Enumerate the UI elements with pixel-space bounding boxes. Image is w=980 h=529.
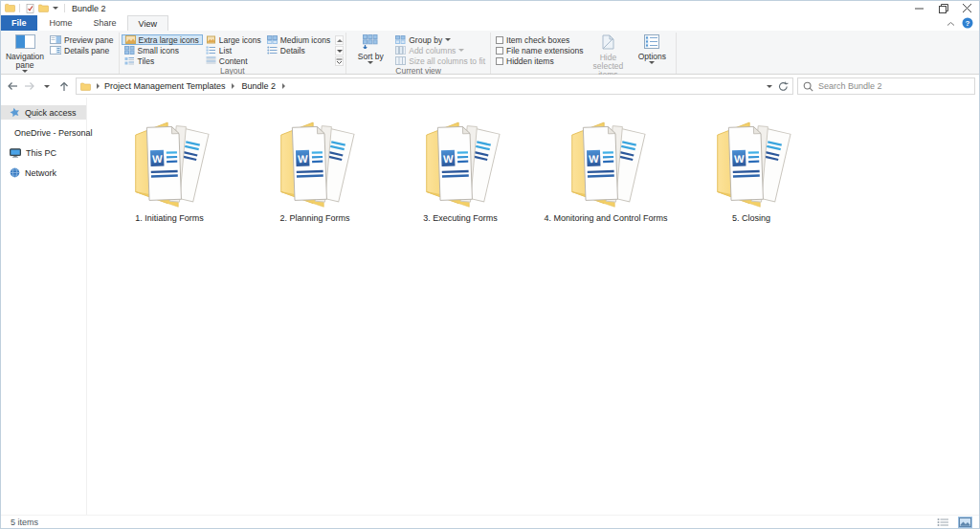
sort-by-icon (363, 34, 378, 51)
hidden-items-checkbox[interactable]: Hidden items (493, 55, 586, 66)
options-label: Options (638, 53, 666, 61)
folder-label: 2. Planning Forms (279, 213, 349, 223)
qat-new-folder-button[interactable] (36, 2, 51, 15)
folder-item[interactable]: W 4. Monitoring and Control Forms (533, 111, 679, 223)
folder-item[interactable]: W 3. Executing Forms (388, 111, 533, 223)
layout-list-button[interactable]: List (203, 45, 264, 55)
address-dropdown-chevron-icon[interactable] (767, 85, 772, 88)
gallery-scroll-up-button[interactable] (335, 35, 344, 45)
gallery-scroll-down-button[interactable] (335, 46, 344, 55)
svg-text:W: W (152, 153, 163, 165)
qat-customize-chevron-icon[interactable] (51, 2, 60, 15)
layout-details-button[interactable]: Details (264, 45, 333, 55)
navigation-pane: Quick access OneDrive - Personal This PC… (1, 98, 87, 515)
layout-small-icons-button[interactable]: Small icons (122, 45, 203, 55)
file-name-extensions-checkbox[interactable]: File name extensions (493, 45, 586, 55)
back-button[interactable] (5, 77, 20, 95)
hide-selected-items-icon (601, 34, 615, 52)
medium-icons-icon (267, 35, 278, 44)
window-title: Bundle 2 (72, 4, 106, 13)
dropdown-chevron-icon (458, 49, 464, 52)
svg-text:?: ? (966, 19, 970, 28)
help-icon[interactable]: ? (962, 17, 973, 31)
tab-file[interactable]: File (1, 15, 37, 31)
layout-item-label: Large icons (219, 35, 261, 45)
preview-pane-label: Preview pane (64, 35, 114, 45)
sidebar-item-quick-access[interactable]: Quick access (1, 105, 86, 120)
address-folder-icon (80, 82, 91, 91)
add-columns-label: Add columns (409, 46, 456, 55)
recent-locations-chevron-icon[interactable] (39, 77, 55, 95)
svg-text:W: W (443, 153, 454, 165)
ribbon-group-current-view: Sort by Group by Add columns Size all co… (346, 33, 491, 74)
checkbox-icon (496, 36, 503, 44)
layout-item-label: Extra large icons (139, 35, 199, 45)
sidebar-item-label: OneDrive - Personal (14, 128, 93, 138)
minimize-button[interactable] (907, 1, 931, 15)
address-box[interactable]: Project Management Templates Bundle 2 (76, 77, 793, 95)
folder-item[interactable]: W 1. Initiating Forms (97, 111, 242, 223)
layout-medium-icons-button[interactable]: Medium icons (264, 34, 333, 45)
divider (19, 4, 20, 12)
breadcrumb-chevron-icon (97, 83, 100, 89)
layout-tiles-button[interactable]: Tiles (122, 55, 203, 66)
folder-item[interactable]: W 2. Planning Forms (242, 111, 388, 223)
maximize-restore-button[interactable] (931, 1, 955, 15)
refresh-icon[interactable] (778, 81, 789, 92)
navigation-pane-button[interactable]: Navigation pane (3, 33, 47, 73)
options-icon (644, 34, 659, 51)
folder-label: 3. Executing Forms (423, 213, 498, 223)
layout-extra-large-icons-button[interactable]: Extra large icons (122, 34, 203, 45)
sort-by-button[interactable]: Sort by (348, 33, 392, 64)
group-by-icon (395, 35, 406, 44)
size-all-columns-button[interactable]: Size all columns to fit (392, 55, 488, 66)
ribbon-collapse-icon[interactable] (947, 19, 955, 29)
layout-item-label: Tiles (138, 56, 155, 66)
item-check-boxes-checkbox[interactable]: Item check boxes (493, 34, 586, 45)
preview-pane-button[interactable]: Preview pane (47, 34, 117, 45)
breadcrumb: Project Management Templates Bundle 2 (101, 80, 767, 92)
size-columns-icon (395, 56, 406, 65)
tab-view[interactable]: View (127, 15, 168, 31)
details-pane-button[interactable]: Details pane (47, 45, 117, 55)
layout-content-button[interactable]: Content (203, 55, 264, 66)
details-view-toggle-icon[interactable] (937, 518, 949, 527)
layout-item-label: Details (280, 46, 305, 55)
titlebar: Bundle 2 (1, 1, 979, 15)
options-button[interactable]: Options (630, 33, 674, 64)
details-pane-label: Details pane (64, 46, 109, 55)
sidebar-item-onedrive[interactable]: OneDrive - Personal (1, 125, 86, 140)
divider (64, 4, 65, 12)
close-button[interactable] (955, 1, 979, 15)
thumbnail-view-toggle-icon[interactable] (959, 518, 971, 527)
folder-word-documents-icon: W (556, 111, 656, 212)
ribbon-group-panes: Navigation pane Preview pane Details pan… (1, 33, 120, 74)
layout-gallery-scroll (335, 35, 344, 66)
breadcrumb-segment[interactable]: Bundle 2 (238, 80, 278, 92)
up-button[interactable] (56, 77, 72, 95)
tab-share[interactable]: Share (83, 15, 127, 31)
gallery-more-button[interactable] (335, 56, 344, 66)
sidebar-item-label: Quick access (25, 108, 77, 118)
extra-large-icons-icon (125, 35, 136, 44)
hide-selected-items-button[interactable]: Hide selected items (586, 33, 630, 79)
folder-word-documents-icon: W (265, 111, 365, 212)
folder-item[interactable]: W 5. Closing (679, 111, 824, 223)
add-columns-button[interactable]: Add columns (392, 45, 488, 55)
folder-word-documents-icon: W (411, 111, 510, 212)
content-icon (206, 56, 216, 65)
forward-button[interactable] (22, 77, 37, 95)
breadcrumb-segment[interactable]: Project Management Templates (101, 80, 228, 92)
group-by-button[interactable]: Group by (392, 34, 488, 45)
sidebar-item-network[interactable]: Network (1, 165, 86, 180)
ribbon-tabs: File Home Share View ? (1, 15, 979, 31)
layout-item-label: Content (219, 56, 248, 66)
layout-item-label: List (219, 46, 232, 55)
sidebar-item-this-pc[interactable]: This PC (1, 145, 86, 160)
layout-large-icons-button[interactable]: Large icons (203, 34, 264, 45)
large-icons-icon (206, 35, 216, 44)
qat-properties-button[interactable] (24, 2, 36, 15)
navigation-pane-label: Navigation pane (3, 53, 47, 70)
tab-home[interactable]: Home (39, 15, 83, 31)
search-input[interactable] (818, 81, 969, 91)
